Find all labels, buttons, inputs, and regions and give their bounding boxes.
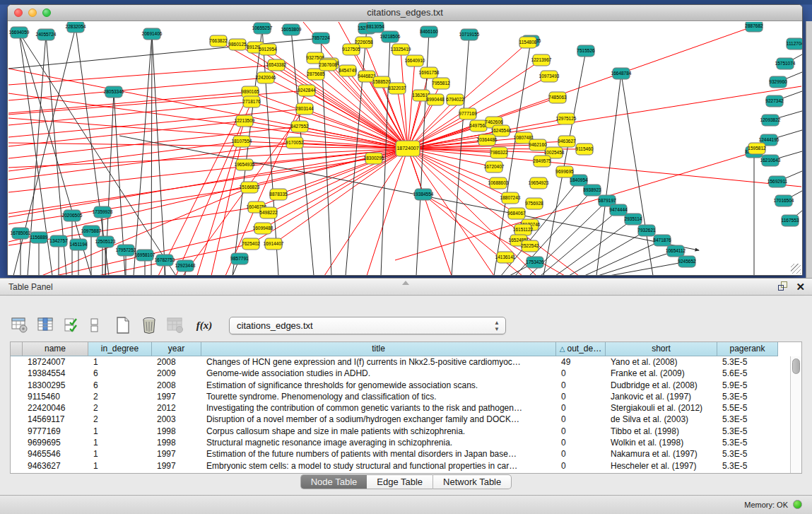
table-cell[interactable]: 22420046 [23,402,88,414]
table-cell[interactable]: 2012 [152,402,201,414]
graph-node[interactable]: 14136141 [495,252,516,263]
float-panel-icon[interactable] [778,281,789,292]
graph-node[interactable]: 8938923 [583,185,601,196]
column-header-gutter[interactable] [11,342,23,356]
column-header-out_de…[interactable]: △out_de… [556,342,606,356]
table-cell[interactable]: Nakamura et al. (1997) [606,448,717,460]
graph-node[interactable]: 10654112 [666,245,686,257]
graph-node[interactable]: 16543382 [266,59,287,71]
table-cell[interactable] [11,380,23,391]
table-cell[interactable]: 5.5E-5 [717,402,778,414]
graph-node[interactable]: 15751074 [775,58,796,69]
graph-node[interactable]: 19654923 [529,177,549,189]
table-cell[interactable]: 9699695 [23,437,88,448]
table-cell[interactable]: 0 [556,460,606,472]
table-row[interactable]: 2242004622012Investigating the contribut… [11,402,790,414]
table-cell[interactable]: 5.3E-5 [717,426,778,437]
graph-node[interactable]: 16785061 [11,228,31,239]
column-header-title[interactable]: title [201,342,556,356]
graph-node[interactable]: 20691406 [142,28,163,40]
table-cell[interactable]: 5.3E-5 [717,391,778,402]
table-cell[interactable]: 2 [88,402,152,414]
table-row[interactable]: 946554611997Estimation of the future num… [11,448,790,460]
window-resize-grip[interactable] [791,264,801,274]
graph-node[interactable]: 17957253 [116,245,136,256]
table-cell[interactable]: 2008 [152,380,201,391]
graph-edge-black[interactable] [596,74,621,275]
table-cell[interactable]: Hescheler et al. (1997) [606,460,717,472]
table-cell[interactable]: 2 [88,391,152,402]
graph-node[interactable]: 22420046 [256,72,276,83]
table-row[interactable]: 1456911722003Disruption of a novel membe… [11,414,790,425]
graph-node[interactable]: 9227342 [765,95,784,107]
graph-node[interactable]: 9170052 [286,137,304,148]
graph-edge-red[interactable] [408,148,452,275]
graph-edge-red[interactable] [273,148,408,244]
graph-node[interactable]: 19654935 [235,159,255,170]
graph-node[interactable]: 16210643 [760,155,781,166]
table-cell[interactable]: 0 [556,448,606,460]
graph-node[interactable]: 8427552 [290,121,309,132]
graph-node[interactable]: 16053809 [281,24,302,35]
table-row[interactable]: 977716911998Corpus callosum shape and si… [11,426,790,437]
graph-edge-black[interactable] [291,30,314,275]
function-builder-icon[interactable]: f(x) [194,315,214,335]
table-row[interactable]: 1830029562008Estimation of significance … [11,380,790,391]
graph-node[interactable]: 7485063 [548,92,567,103]
graph-edge-red[interactable] [8,148,408,217]
graph-edge-black[interactable] [598,251,676,275]
graph-node[interactable]: 8466160 [420,26,438,37]
graph-node[interactable]: 28053346 [104,86,124,98]
table-cell[interactable]: 9465546 [23,448,88,460]
graph-node[interactable]: 8990448 [426,94,445,105]
table-cell[interactable]: 19384554 [23,368,88,379]
tab-network-table[interactable]: Network Table [433,474,512,489]
row-height-icon[interactable] [88,315,101,335]
graph-edge-red[interactable] [408,148,494,275]
table-cell[interactable] [11,391,23,402]
graph-node[interactable]: 12505123 [95,236,116,247]
graph-node[interactable]: 8454749 [339,65,357,76]
table-cell[interactable]: Investigating the contribution of common… [201,402,556,414]
table-cell[interactable]: 18724007 [23,356,88,368]
graph-node[interactable]: 7625402 [242,238,260,250]
table-cell[interactable]: Dudbridge et al. (2008) [606,380,717,391]
table-panel-titlebar[interactable]: Table Panel ✕ [0,278,812,296]
table-row[interactable]: 1872400712008Changes of HCN gene express… [11,356,790,368]
table-cell[interactable]: 5.6E-5 [717,368,778,379]
tab-node-table[interactable]: Node Table [300,474,367,489]
table-cell[interactable]: 1 [88,460,152,472]
graph-node[interactable]: 9699695 [555,166,574,177]
graph-node[interactable]: 1112704 [787,38,802,49]
table-cell[interactable]: Wolkin et al. (1998) [606,437,717,448]
graph-node[interactable]: 13325419 [391,44,411,55]
graph-edge-red[interactable] [408,148,801,187]
table-cell[interactable]: Structural magnetic resonance image aver… [201,437,556,448]
table-cell[interactable]: 49 [556,356,606,368]
graph-node[interactable]: 10655257 [252,23,273,34]
network-canvas[interactable]: 1669405924055724228320542069140610655257… [8,22,802,275]
close-window-button[interactable] [14,8,23,17]
graph-node[interactable]: 18724007 [396,141,420,156]
graph-node[interactable]: 16914407 [264,238,284,250]
table-row[interactable]: 946362711997Embryonic stem cells: a mode… [11,460,790,472]
graph-node[interactable]: 9329960 [769,76,787,88]
graph-node[interactable]: 2887682 [745,22,763,32]
graph-node[interactable]: 8878335 [269,189,288,200]
graph-node[interactable]: 10688603 [488,177,509,189]
minimize-window-button[interactable] [28,8,37,17]
table-cell[interactable]: Estimation of significance thresholds fo… [201,380,556,391]
graph-node[interactable]: 2803144 [295,103,314,115]
graph-node[interactable]: 8322037 [388,83,406,94]
graph-node[interactable]: 1156889 [30,232,48,243]
graph-node[interactable]: 6794022 [446,94,464,105]
scrollbar-thumb[interactable] [792,358,800,374]
graph-node[interactable]: 7955812 [432,78,450,89]
graph-node[interactable]: 1342757 [49,235,68,247]
table-cell[interactable]: de Silva et al. (2003) [606,414,717,425]
graph-node[interactable]: 9245652 [678,256,696,267]
graph-node[interactable]: 12975125 [556,113,577,124]
table-cell[interactable]: 0 [556,414,606,425]
graph-node[interactable]: 18807243 [500,192,521,204]
graph-node[interactable]: 12213967 [531,54,552,66]
